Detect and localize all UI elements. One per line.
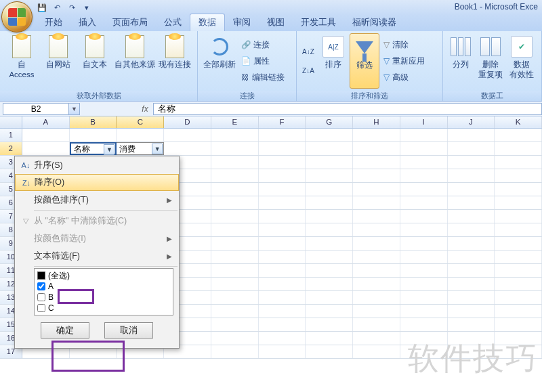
table-row: 1: [0, 129, 542, 142]
tab-layout[interactable]: 页面布局: [104, 14, 156, 31]
existing-conn-button[interactable]: 现有连接: [157, 33, 192, 89]
checkbox[interactable]: [37, 293, 45, 301]
col-header-e[interactable]: E: [211, 116, 259, 128]
col-header-b[interactable]: B: [70, 116, 117, 128]
ok-button[interactable]: 确定: [41, 322, 89, 339]
tab-formulas[interactable]: 公式: [156, 14, 190, 31]
reapply-button[interactable]: ▽重新应用: [381, 53, 428, 68]
filter-check-c[interactable]: C: [37, 303, 170, 313]
properties-button[interactable]: 📄属性: [238, 53, 287, 68]
qat-customize-icon[interactable]: ▾: [81, 2, 92, 13]
group-label-conn: 连接: [198, 91, 296, 101]
from-text-button[interactable]: 自文本: [77, 33, 112, 89]
clear-icon: ▽: [383, 40, 390, 49]
connections-button[interactable]: 🔗连接: [238, 37, 287, 52]
filter-dropdown-icon[interactable]: ▼: [152, 144, 163, 154]
sort-desc-icon[interactable]: Z↓A: [301, 63, 316, 78]
cell-b2[interactable]: 名称▼: [70, 142, 117, 155]
filter-button[interactable]: 筛选: [350, 33, 379, 89]
refresh-all-button[interactable]: 全部刷新: [202, 33, 237, 89]
sort-desc-icon: Z↓: [18, 179, 35, 187]
select-all-corner[interactable]: [0, 116, 22, 128]
tab-developer[interactable]: 开发工具: [293, 14, 344, 31]
tab-view[interactable]: 视图: [259, 14, 293, 31]
sort-label: 排序: [325, 60, 341, 70]
col-header-d[interactable]: D: [164, 116, 211, 128]
ribbon-tabs: 开始 插入 页面布局 公式 数据 审阅 视图 开发工具 福昕阅读器: [0, 15, 542, 31]
sort-by-color-item[interactable]: 按颜色排序(T)▶: [15, 191, 179, 209]
col-header-a[interactable]: A: [22, 116, 70, 128]
checkbox[interactable]: [37, 282, 45, 290]
data-validation-button[interactable]: ✔数据 有效性: [507, 33, 537, 89]
fx-icon[interactable]: fx: [137, 104, 153, 114]
table-row: 2 名称▼ 消费▼: [0, 142, 542, 156]
refresh-all-label: 全部刷新: [203, 60, 236, 70]
cancel-button[interactable]: 取消: [104, 322, 153, 339]
name-box[interactable]: B2: [3, 103, 69, 115]
col-header-f[interactable]: F: [259, 116, 306, 128]
chevron-right-icon: ▶: [167, 235, 172, 242]
chevron-right-icon: ▶: [167, 196, 172, 204]
filter-check-b[interactable]: B: [37, 292, 170, 303]
ribbon: 自 Access 自网站 自文本 自其他来源 现有连接 获取外部数据 全部刷新 …: [0, 31, 542, 102]
from-web-button[interactable]: 自网站: [41, 33, 76, 89]
tab-review[interactable]: 审阅: [225, 14, 259, 31]
checkbox[interactable]: [37, 304, 45, 312]
sort-button[interactable]: A|Z排序: [318, 33, 348, 89]
from-other-label: 自其他来源: [114, 60, 155, 70]
remove-dup-label: 删除 重复项: [478, 60, 503, 80]
edit-links-icon: ⛓: [241, 73, 249, 81]
tab-home[interactable]: 开始: [37, 14, 70, 31]
sort-asc-icon[interactable]: A↓Z: [301, 44, 316, 59]
tab-insert[interactable]: 插入: [70, 14, 104, 31]
advanced-icon: ▽: [383, 72, 390, 82]
col-header-h[interactable]: H: [353, 116, 400, 128]
from-text-label: 自文本: [83, 60, 107, 70]
from-access-button[interactable]: 自 Access: [4, 33, 39, 89]
existing-conn-label: 现有连接: [159, 60, 191, 70]
cell-c2[interactable]: 消费▼: [117, 142, 164, 155]
sort-ascending-item[interactable]: A↓升序(S): [15, 156, 179, 174]
text-filters-item[interactable]: 文本筛选(F)▶: [15, 247, 179, 265]
clear-filter-item: ▽从 "名称" 中清除筛选(C): [15, 212, 179, 230]
advanced-filter-button[interactable]: ▽高级: [381, 70, 428, 85]
redo-icon[interactable]: ↷: [66, 2, 77, 13]
row-header-2[interactable]: 2: [0, 142, 22, 155]
reapply-icon: ▽: [383, 56, 390, 66]
save-icon[interactable]: 💾: [37, 2, 47, 13]
filter-check-all[interactable]: (全选): [37, 270, 170, 281]
undo-icon[interactable]: ↶: [51, 2, 62, 13]
filter-check-a[interactable]: A: [37, 281, 170, 292]
column-headers: A B C D E F G H I J K: [0, 116, 542, 129]
link-icon: 🔗: [241, 40, 251, 49]
col-header-j[interactable]: J: [448, 116, 495, 128]
formula-input[interactable]: 名称: [153, 103, 542, 115]
row-header-1[interactable]: 1: [0, 129, 22, 141]
tab-foxit[interactable]: 福昕阅读器: [344, 14, 404, 31]
filter-dropdown-popup: A↓升序(S) Z↓降序(O) 按颜色排序(T)▶ ▽从 "名称" 中清除筛选(…: [14, 156, 180, 349]
checkbox[interactable]: [37, 271, 45, 280]
name-box-dropdown-icon[interactable]: ▼: [69, 103, 80, 115]
col-header-g[interactable]: G: [306, 116, 353, 128]
dialog-buttons: 确定 取消: [15, 315, 179, 348]
clear-filter-button[interactable]: ▽清除: [381, 37, 428, 52]
office-button[interactable]: [1, 1, 33, 32]
col-header-i[interactable]: I: [400, 116, 448, 128]
sort-descending-item[interactable]: Z↓降序(O): [15, 174, 179, 191]
filter-label: 筛选: [356, 60, 373, 70]
col-header-k[interactable]: K: [495, 116, 542, 128]
formula-bar: B2 ▼ fx 名称: [0, 102, 542, 116]
sort-asc-icon: A↓: [18, 161, 34, 169]
filter-dropdown-icon[interactable]: ▼: [104, 144, 114, 155]
data-valid-label: 数据 有效性: [509, 60, 534, 80]
col-header-c[interactable]: C: [117, 116, 164, 128]
group-data-tools: 分列 删除 重复项 ✔数据 有效性 数据工: [443, 31, 542, 101]
text-to-columns-button[interactable]: 分列: [447, 33, 474, 89]
group-label-datatools: 数据工: [443, 91, 541, 101]
group-label-external: 获取外部数据: [0, 91, 197, 101]
remove-duplicates-button[interactable]: 删除 重复项: [476, 33, 505, 89]
edit-links-button[interactable]: ⛓编辑链接: [238, 70, 287, 85]
from-other-button[interactable]: 自其他来源: [114, 33, 156, 89]
tab-data[interactable]: 数据: [190, 14, 225, 31]
filter-values-list: (全选) A B C: [34, 268, 173, 315]
